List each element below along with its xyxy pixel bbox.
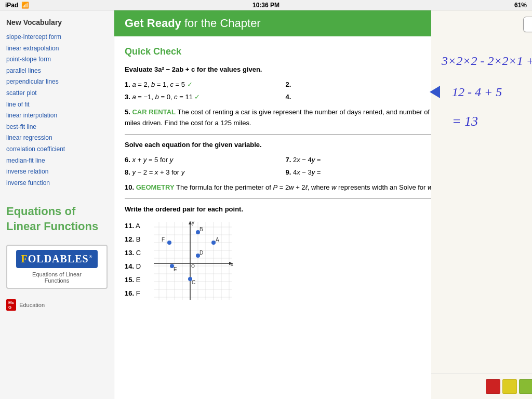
quick-check-title: Quick Check bbox=[125, 44, 436, 59]
problem-3: 3. a = −1, b = 0, c = 11 ✓ bbox=[125, 92, 275, 103]
problem-2: 2. bbox=[286, 79, 436, 90]
color-toolbar: ✏️ 🧹 bbox=[431, 374, 532, 399]
color-light-green[interactable] bbox=[519, 379, 532, 394]
vocab-inverse-function[interactable]: inverse function bbox=[6, 178, 108, 189]
vocab-median-fit[interactable]: median-fit line bbox=[6, 155, 108, 167]
hw-content: 3×2×2 - 2×2×1 + 5 12 - 4 + 5 = 13 bbox=[431, 38, 532, 374]
page-content: Get Ready for the Chapter Quick Check Ev… bbox=[114, 10, 447, 399]
vocab-correlation[interactable]: correlation coefficient bbox=[6, 144, 108, 155]
publisher-name: Education bbox=[19, 302, 45, 308]
vocab-parallel-lines[interactable]: parallel lines bbox=[6, 65, 108, 77]
evaluate-instruction: Evaluate 3a² − 2ab + c for the values gi… bbox=[125, 64, 436, 75]
vocab-slope-intercept[interactable]: slope-intercept form bbox=[6, 32, 108, 43]
chapter-header: Get Ready for the Chapter bbox=[114, 10, 446, 36]
svg-text:E: E bbox=[174, 267, 177, 272]
page-body: Quick Check Evaluate 3a² − 2ab + c for t… bbox=[114, 36, 446, 310]
graph-container: 11. A 12. B 13. C 14. D 15. E 16. F bbox=[125, 219, 436, 302]
coordinate-graph: y x O A B C D bbox=[151, 219, 240, 302]
hw-arrow-indicator bbox=[430, 86, 440, 98]
svg-text:F: F bbox=[162, 237, 165, 243]
problem-8: 8. y − 2 = x + 3 for y bbox=[125, 167, 275, 178]
vocab-linear-regression[interactable]: linear regression bbox=[6, 132, 108, 144]
foldables-box: FOLDABLES® Equations of LinearFunctions bbox=[6, 245, 108, 289]
content-area: Get Ready for the Chapter Quick Check Ev… bbox=[114, 10, 532, 399]
foldables-f: F bbox=[21, 253, 28, 264]
problems-grid: 1. a = 2, b = 1, c = 5 ✓ 2. 3. a = −1, b… bbox=[125, 79, 436, 103]
point-11: 11. A bbox=[125, 219, 141, 233]
header-get-ready: Get Ready bbox=[125, 17, 181, 30]
svg-text:y: y bbox=[192, 220, 194, 225]
problem-5: 5. CAR RENTAL The cost of renting a car … bbox=[125, 107, 436, 129]
quick-label: Quick bbox=[125, 46, 151, 57]
main-container: New Vocabulary slope-intercept form line… bbox=[0, 10, 532, 399]
hw-line2: 12 - 4 + 5 bbox=[452, 85, 502, 99]
foldables-logo: FOLDABLES® bbox=[16, 250, 98, 268]
wifi-icon: 📶 bbox=[21, 2, 29, 9]
svg-text:B: B bbox=[200, 227, 203, 232]
svg-text:A: A bbox=[216, 237, 219, 243]
chapter-title: Equations of Linear Functions bbox=[6, 204, 108, 234]
publisher-footer: McG Education bbox=[6, 289, 108, 311]
point-list: 11. A 12. B 13. C 14. D 15. E 16. F bbox=[125, 219, 141, 302]
problem-6: 6. x + y = 5 for y bbox=[125, 155, 275, 166]
vocab-scatter-plot[interactable]: scatter plot bbox=[6, 88, 108, 99]
color-red[interactable] bbox=[486, 379, 500, 394]
vocab-linear-extrapolation[interactable]: linear extrapolation bbox=[6, 43, 108, 55]
vocab-list: slope-intercept form linear extrapolatio… bbox=[6, 32, 108, 189]
problem-1: 1. a = 2, b = 1, c = 5 ✓ bbox=[125, 79, 275, 90]
vocab-point-slope[interactable]: point-slope form bbox=[6, 54, 108, 65]
color-yellow[interactable] bbox=[502, 379, 517, 394]
vocab-perpendicular-lines[interactable]: perpendicular lines bbox=[6, 76, 108, 88]
problem-10: 10. GEOMETRY The formula for the perimet… bbox=[125, 182, 436, 193]
svg-point-27 bbox=[211, 241, 216, 245]
hw-line3: = 13 bbox=[452, 114, 478, 129]
svg-text:O: O bbox=[191, 263, 195, 269]
divider-1 bbox=[125, 134, 436, 135]
problem-9: 9. 4x − 3y = bbox=[286, 167, 436, 178]
point-14: 14. D bbox=[125, 260, 141, 273]
handwriting-panel: Save note rework 3×2×2 - 2×2×1 + 5 12 - … bbox=[431, 10, 532, 399]
save-note-button[interactable]: Save note bbox=[523, 17, 532, 32]
vocab-line-of-fit[interactable]: line of fit bbox=[6, 99, 108, 111]
status-left: iPad 📶 bbox=[5, 2, 29, 9]
hw-line1: 3×2×2 - 2×2×1 + 5 bbox=[442, 54, 532, 68]
svg-text:C: C bbox=[192, 280, 195, 285]
problem-4: 4. bbox=[286, 92, 436, 103]
svg-text:D: D bbox=[200, 250, 203, 256]
vocab-inverse-relation[interactable]: inverse relation bbox=[6, 166, 108, 178]
graph-svg: y x O A B C D bbox=[151, 219, 240, 305]
ordered-pair-instruction: Write the ordered pair for each point. bbox=[125, 204, 436, 215]
point-15: 15. E bbox=[125, 273, 141, 287]
point-13: 13. C bbox=[125, 246, 141, 260]
check-rest: Check bbox=[151, 46, 181, 57]
divider-2 bbox=[125, 198, 436, 199]
sidebar: New Vocabulary slope-intercept form line… bbox=[0, 10, 114, 399]
status-time: 10:36 PM bbox=[252, 2, 280, 9]
solve-instruction: Solve each equation for the given variab… bbox=[125, 140, 436, 151]
problem-7: 7. 2x − 4y = bbox=[286, 155, 436, 166]
status-bar: iPad 📶 10:36 PM 61% bbox=[0, 0, 532, 10]
svg-text:x: x bbox=[231, 261, 233, 267]
header-rest: for the Chapter bbox=[181, 17, 261, 30]
svg-point-37 bbox=[167, 241, 171, 245]
point-12: 12. B bbox=[125, 233, 141, 246]
foldables-subtitle: Equations of LinearFunctions bbox=[32, 271, 82, 284]
vocab-best-fit-line[interactable]: best-fit line bbox=[6, 122, 108, 133]
vocab-linear-interpolation[interactable]: linear interpolation bbox=[6, 110, 108, 122]
solve-grid: 6. x + y = 5 for y 7. 2x − 4y = 8. y − 2… bbox=[125, 155, 436, 179]
device-label: iPad bbox=[5, 2, 18, 9]
sidebar-title: New Vocabulary bbox=[6, 18, 108, 26]
hw-buttons: Save note rework bbox=[431, 10, 532, 38]
battery-indicator: 61% bbox=[514, 2, 527, 9]
mcgraw-logo: McG bbox=[6, 299, 16, 311]
point-16: 16. F bbox=[125, 287, 141, 300]
